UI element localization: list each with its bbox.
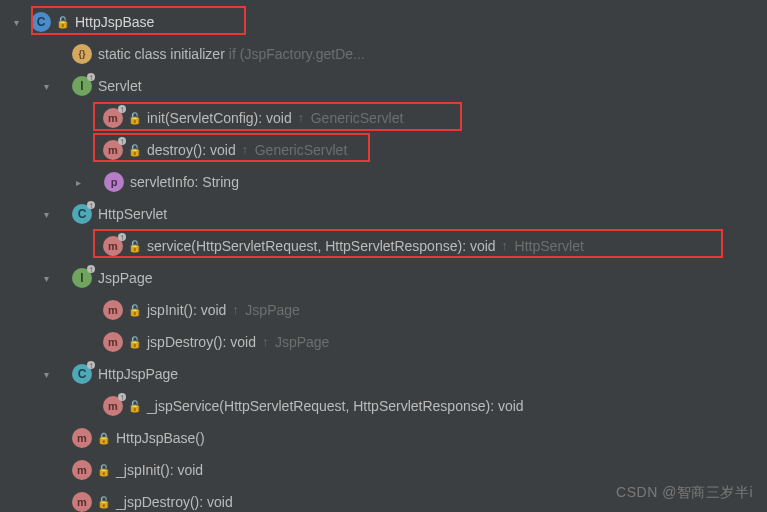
arrow-up-icon: ↑ [262, 335, 268, 349]
structure-tree: ▾ 🔓 HttpJspBase static class initializer… [0, 0, 767, 512]
lock-open-icon: 🔓 [98, 496, 110, 508]
method-icon [72, 428, 92, 448]
method-sig: _jspDestroy(): void [116, 494, 233, 510]
method-sig: _jspService(HttpServletRequest, HttpServ… [147, 398, 524, 414]
lock-open-icon: 🔓 [129, 240, 141, 252]
initializer-hint: if (JspFactory.getDe... [229, 46, 365, 62]
lock-open-icon: 🔓 [129, 112, 141, 124]
watermark: CSDN @智商三岁半i [616, 484, 753, 502]
class-httpservlet[interactable]: ▾ HttpServlet [0, 198, 767, 230]
class-node-httpjspbase[interactable]: ▾ 🔓 HttpJspBase [0, 6, 767, 38]
override-up-icon [87, 361, 95, 369]
arrow-up-icon: ↑ [232, 303, 238, 317]
method-icon [103, 108, 123, 128]
property-sig: servletInfo: String [130, 174, 239, 190]
method-icon [72, 492, 92, 512]
interface-icon [72, 268, 92, 288]
abstract-class-icon [72, 204, 92, 224]
method-sig: jspInit(): void [147, 302, 226, 318]
abstract-class-icon [72, 364, 92, 384]
httpservlet-label: HttpServlet [98, 206, 167, 222]
method-sig: HttpJspBase() [116, 430, 205, 446]
method-origin: GenericServlet [255, 142, 348, 158]
override-up-icon [87, 265, 95, 273]
chevron-down-icon[interactable]: ▾ [8, 14, 24, 30]
method-icon [103, 140, 123, 160]
method-sig: destroy(): void [147, 142, 236, 158]
chevron-down-icon[interactable]: ▾ [38, 270, 54, 286]
httpjsppage-label: HttpJspPage [98, 366, 178, 382]
chevron-down-icon[interactable]: ▾ [38, 206, 54, 222]
override-up-icon [118, 137, 126, 145]
lock-open-icon: 🔓 [129, 144, 141, 156]
method-icon [103, 396, 123, 416]
method-icon [103, 332, 123, 352]
method-origin: GenericServlet [311, 110, 404, 126]
class-icon [31, 12, 51, 32]
method-destroy[interactable]: 🔓 destroy(): void ↑GenericServlet [0, 134, 767, 166]
method-init[interactable]: 🔓 init(ServletConfig): void ↑GenericServ… [0, 102, 767, 134]
method-origin: JspPage [245, 302, 299, 318]
lock-closed-icon: 🔒 [98, 432, 110, 444]
override-up-icon [118, 105, 126, 113]
override-up-icon [87, 73, 95, 81]
initializer-label: static class initializer [98, 46, 225, 62]
method-jspservice[interactable]: 🔓 _jspService(HttpServletRequest, HttpSe… [0, 390, 767, 422]
arrow-up-icon: ↑ [242, 143, 248, 157]
chevron-down-icon[interactable]: ▾ [38, 366, 54, 382]
interface-httpjsppage[interactable]: ▾ HttpJspPage [0, 358, 767, 390]
lock-open-icon: 🔓 [129, 400, 141, 412]
override-up-icon [87, 201, 95, 209]
method-sig: service(HttpServletRequest, HttpServletR… [147, 238, 496, 254]
lock-open-icon: 🔓 [129, 304, 141, 316]
override-up-icon [118, 233, 126, 241]
override-up-icon [118, 393, 126, 401]
servlet-label: Servlet [98, 78, 142, 94]
chevron-right-icon[interactable]: ▸ [70, 174, 86, 190]
method-icon [103, 300, 123, 320]
initializer-node[interactable]: static class initializer if (JspFactory.… [0, 38, 767, 70]
class-label: HttpJspBase [75, 14, 154, 30]
arrow-up-icon: ↑ [502, 239, 508, 253]
interface-icon [72, 76, 92, 96]
method-jspdestroy[interactable]: 🔓 jspDestroy(): void ↑JspPage [0, 326, 767, 358]
interface-jsppage[interactable]: ▾ JspPage [0, 262, 767, 294]
lock-open-icon: 🔓 [129, 336, 141, 348]
method-origin: JspPage [275, 334, 329, 350]
chevron-down-icon[interactable]: ▾ [38, 78, 54, 94]
method-service[interactable]: 🔓 service(HttpServletRequest, HttpServle… [0, 230, 767, 262]
method-sig: _jspInit(): void [116, 462, 203, 478]
method-underscore-jspinit[interactable]: 🔓 _jspInit(): void [0, 454, 767, 486]
lock-open-icon: 🔓 [57, 16, 69, 28]
method-sig: init(ServletConfig): void [147, 110, 292, 126]
method-sig: jspDestroy(): void [147, 334, 256, 350]
property-servletinfo[interactable]: ▸ servletInfo: String [0, 166, 767, 198]
property-icon [104, 172, 124, 192]
jsppage-label: JspPage [98, 270, 152, 286]
interface-servlet[interactable]: ▾ Servlet [0, 70, 767, 102]
arrow-up-icon: ↑ [298, 111, 304, 125]
lock-open-icon: 🔓 [98, 464, 110, 476]
initializer-icon [72, 44, 92, 64]
method-icon [103, 236, 123, 256]
method-icon [72, 460, 92, 480]
constructor[interactable]: 🔒 HttpJspBase() [0, 422, 767, 454]
method-jspinit[interactable]: 🔓 jspInit(): void ↑JspPage [0, 294, 767, 326]
method-origin: HttpServlet [515, 238, 584, 254]
